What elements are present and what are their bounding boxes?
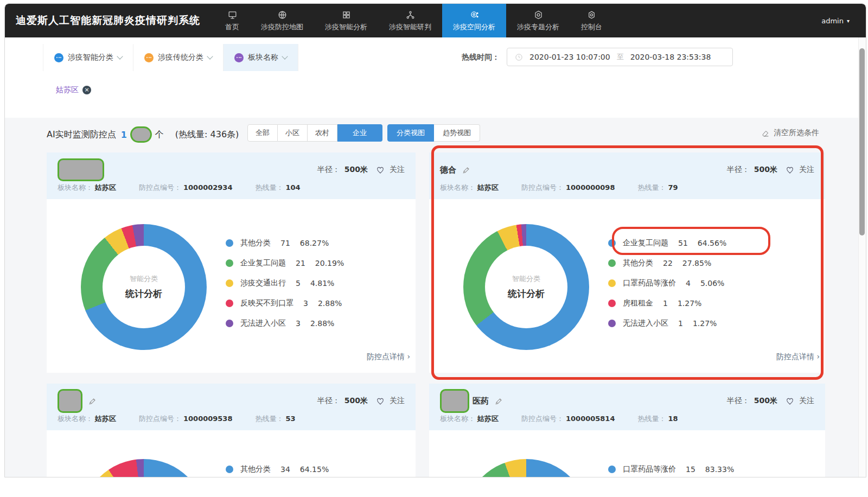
monitor-card-1: 半径：500米 关注 板块名称：姑苏区 防控点编号：1000002934 热线量… — [47, 152, 416, 373]
monitor-prefix: AI实时监测防控点 — [47, 129, 116, 141]
time-to-value: 2020-03-18 23:53:38 — [630, 53, 711, 61]
legend-item: 其他分类2227.85% — [608, 258, 726, 267]
monitor-count: 1 — [121, 130, 127, 140]
redaction-blob — [130, 126, 152, 143]
user-menu[interactable]: admin ▾ — [821, 17, 850, 25]
card-header: 德合 半径：500米 关注 板块名称：姑苏区 防控点编号：1000000098 … — [429, 152, 825, 199]
card-header: 半径：500米 关注 板块名称：姑苏区 防控点编号：1000009538 热线量… — [47, 384, 416, 430]
heart-icon[interactable] — [375, 396, 385, 406]
app-window: 迪爱斯人工智能新冠肺炎疫情研判系统 首页 涉疫防控地图 涉疫智能分析 涉疫智能研… — [4, 3, 866, 477]
field-value: 104 — [285, 183, 300, 192]
chart-legend: 口罩药品等涨价1583.33% — [608, 464, 734, 474]
legend-item: 反映买不到口罩32.88% — [226, 298, 344, 308]
nav-item-console[interactable]: 控制台 — [570, 4, 613, 37]
tab-category-view[interactable]: 分类视图 — [387, 124, 434, 142]
radius-value: 500米 — [344, 396, 368, 406]
legend-item: 企业复工问题2120.19% — [226, 258, 344, 267]
nav-item-map[interactable]: 涉疫防控地图 — [250, 4, 314, 37]
view-tab-group: 分类视图 趋势视图 — [387, 124, 480, 142]
globe-icon — [277, 10, 288, 20]
card-body: 智能分类 统计分析 企业复工问题5164.56% 其他分类2227.85% 口罩… — [429, 199, 825, 373]
scrollbar-thumb[interactable] — [859, 48, 865, 235]
console-icon — [586, 10, 597, 20]
hotline-time-range-input[interactable]: 2020-01-23 10:07:00 至 2020-03-18 23:53:3… — [507, 48, 733, 66]
nav-item-label: 控制台 — [581, 22, 602, 32]
nav-item-intelligent-analysis[interactable]: 涉疫智能分析 — [314, 4, 378, 37]
heart-icon[interactable] — [375, 165, 385, 175]
field-value: 姑苏区 — [95, 415, 116, 423]
selected-tag-label: 姑苏区 — [56, 85, 79, 95]
field-label: 防控点编号： — [521, 415, 564, 423]
field-value: 1000009538 — [183, 415, 232, 423]
tab-rural[interactable]: 农村 — [308, 124, 337, 142]
follow-button[interactable]: 关注 — [390, 396, 405, 406]
legend-item: 涉疫交通出行54.81% — [226, 278, 344, 288]
hotline-time-label: 热线时间： — [462, 53, 500, 62]
follow-button[interactable]: 关注 — [799, 396, 814, 406]
tab-community[interactable]: 小区 — [278, 124, 308, 142]
follow-button[interactable]: 关注 — [799, 165, 814, 175]
field-value: 53 — [285, 415, 295, 423]
filter-chip-label: 涉疫传统分类 — [158, 53, 203, 62]
field-label: 防控点编号： — [521, 183, 564, 192]
radius-value: 500米 — [754, 396, 777, 406]
edit-pencil-icon[interactable] — [88, 397, 97, 406]
card-body: 口罩药品等涨价1583.33% — [429, 430, 825, 477]
legend-dot — [226, 239, 233, 247]
field-label: 热线量： — [637, 183, 666, 192]
detail-link[interactable]: 防控点详情 › — [367, 352, 410, 362]
monitor-unit: 个 — [155, 129, 164, 141]
nav-item-intelligent-judgement[interactable]: 涉疫智能研判 — [378, 4, 442, 37]
card-body: 其他分类3464.15% — [47, 430, 416, 477]
donut-chart — [463, 224, 589, 350]
detail-link[interactable]: 防控点详情 › — [776, 352, 820, 362]
follow-button[interactable]: 关注 — [390, 165, 405, 175]
clear-conditions-button[interactable]: 清空所选条件 — [761, 128, 819, 138]
heart-icon[interactable] — [785, 165, 795, 175]
heart-icon[interactable] — [785, 396, 795, 406]
donut-chart — [81, 459, 207, 477]
legend-dot — [226, 300, 233, 307]
monitor-card-3: 半径：500米 关注 板块名称：姑苏区 防控点编号：1000009538 热线量… — [47, 384, 416, 477]
time-from-value: 2020-01-23 10:07:00 — [529, 53, 610, 61]
block-name-badge-icon — [234, 53, 244, 62]
nav-item-spatial-analysis[interactable]: 涉疫空间分析 — [442, 4, 506, 37]
time-separator: 至 — [617, 52, 624, 62]
card-title: 德合 — [440, 165, 456, 175]
tab-enterprise[interactable]: 企业 — [337, 124, 382, 142]
nav-item-label: 涉疫空间分析 — [453, 22, 495, 32]
legend-item: 房租租金11.27% — [608, 298, 726, 308]
edit-pencil-icon[interactable] — [462, 165, 471, 175]
field-label: 板块名称： — [58, 415, 93, 423]
legend-dot — [608, 239, 616, 247]
legend-item: 其他分类3464.15% — [226, 464, 329, 474]
monitor-card-4: 医药 半径：500米 关注 板块名称：姑苏区 防控点编号：1000005814 … — [429, 384, 825, 477]
nav-item-topic-analysis[interactable]: 涉疫专题分析 — [506, 4, 570, 37]
filter-chip-traditional-category[interactable]: 涉疫传统分类 — [133, 44, 224, 71]
chevron-down-icon — [117, 53, 123, 59]
legend-dot — [608, 259, 616, 267]
chart-legend: 其他分类7168.27% 企业复工问题2120.19% 涉疫交通出行54.81%… — [226, 238, 344, 328]
grid-icon — [341, 10, 352, 20]
tab-trend-view[interactable]: 趋势视图 — [434, 124, 480, 142]
redaction-blob — [58, 158, 104, 181]
remove-tag-icon[interactable]: × — [82, 86, 91, 94]
field-value: 姑苏区 — [477, 415, 499, 423]
field-value: 1000000098 — [566, 183, 615, 192]
filter-chip-smart-category[interactable]: 涉疫智能分类 — [43, 44, 133, 71]
nav-item-home[interactable]: 首页 — [214, 4, 250, 37]
nav-item-label: 涉疫智能研判 — [389, 22, 431, 32]
edit-pencil-icon[interactable] — [494, 397, 503, 406]
radius-label: 半径： — [317, 396, 340, 406]
card-header: 医药 半径：500米 关注 板块名称：姑苏区 防控点编号：1000005814 … — [429, 384, 825, 430]
selected-tag-gusu[interactable]: 姑苏区 × — [56, 85, 91, 95]
spatial-analysis-icon — [469, 10, 480, 20]
field-label: 热线量： — [255, 183, 283, 192]
tab-all[interactable]: 全部 — [247, 124, 278, 142]
filter-chip-block-name[interactable]: 板块名称 — [224, 44, 298, 71]
legend-dot — [226, 279, 233, 287]
radius-label: 半径： — [727, 396, 750, 406]
username: admin — [821, 17, 844, 25]
field-label: 防控点编号： — [139, 183, 181, 192]
nav-item-label: 首页 — [225, 22, 239, 32]
